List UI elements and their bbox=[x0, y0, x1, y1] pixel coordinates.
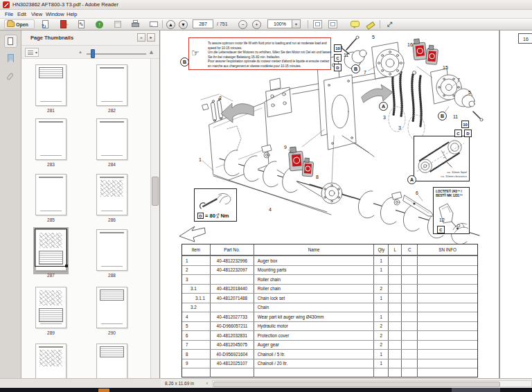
callout-box-d: D bbox=[464, 130, 472, 137]
callout-circle-b: B bbox=[180, 57, 189, 66]
email-icon[interactable]: ⌄ bbox=[149, 20, 159, 29]
comment-icon[interactable] bbox=[351, 21, 360, 27]
pdf-page-288-partial[interactable]: 16 bbox=[500, 30, 532, 378]
clearance-label-en: ca. 10mm clearance bbox=[441, 175, 467, 178]
pdf-page-287[interactable]: ☞ To assure optimum motor life fill with… bbox=[161, 30, 499, 378]
table-cell: 40-4812025107 bbox=[211, 359, 254, 368]
table-row: 840-D956921604Chainoil / 5 ltr.1 bbox=[182, 349, 477, 359]
hydraulic-motor-right-drawing bbox=[417, 66, 483, 121]
zoom-out-button[interactable]: − bbox=[238, 20, 247, 29]
thumbnail-page-285[interactable] bbox=[35, 174, 66, 215]
item-number-15: 15 bbox=[443, 65, 448, 70]
zoom-dropdown-button[interactable]: ▼ bbox=[292, 19, 301, 28]
table-cell bbox=[389, 359, 402, 368]
page-count-label: / 751 bbox=[217, 21, 228, 26]
export-pdf-icon[interactable]: ▸ bbox=[59, 20, 69, 29]
table-cell: 1 bbox=[374, 350, 389, 359]
table-cell bbox=[418, 303, 477, 312]
thumbnail-page-283[interactable] bbox=[35, 118, 66, 160]
menu-file[interactable]: File bbox=[3, 11, 15, 17]
warning-text: To assure optimum motor life fill with f… bbox=[208, 42, 330, 46]
horizontal-scrollbar-thumb[interactable] bbox=[213, 382, 500, 387]
panel-options-row: ▲ ▲ bbox=[21, 46, 159, 59]
thumbnail-page-282[interactable] bbox=[96, 64, 127, 106]
menu-window[interactable]: Window bbox=[44, 11, 66, 17]
torque-spec-inset: D = 80 +5-5 Nm bbox=[194, 188, 237, 222]
thumbnail-page-287[interactable] bbox=[35, 229, 66, 271]
table-cell: 9 bbox=[182, 359, 211, 368]
table-cell bbox=[418, 312, 477, 321]
print-icon[interactable] bbox=[131, 20, 141, 29]
menu-edit[interactable]: Edit bbox=[15, 11, 28, 17]
item-number-4: 4 bbox=[269, 207, 272, 212]
title-bar[interactable]: HN3023862 AFT800-3 T3.pdf - Adobe Reader bbox=[0, 0, 532, 10]
zoom-in-button[interactable]: + bbox=[252, 20, 261, 29]
save-icon[interactable] bbox=[113, 20, 123, 29]
table-cell: 3 bbox=[182, 275, 211, 284]
taskbar-app-icon[interactable] bbox=[98, 389, 109, 392]
callout-box-10: 10 bbox=[461, 121, 469, 128]
table-cell: Chainoil / 5 ltr. bbox=[254, 350, 375, 359]
table-cell bbox=[418, 331, 477, 340]
bookmarks-tab[interactable] bbox=[4, 52, 17, 65]
thumbnail-label: 285 bbox=[35, 217, 66, 222]
thumbnail-size-slider-track[interactable] bbox=[87, 53, 146, 55]
horizontal-scrollbar-track[interactable] bbox=[212, 380, 532, 387]
page-view-indicator[interactable] bbox=[35, 229, 67, 267]
highlight-icon[interactable] bbox=[366, 21, 375, 28]
page-number-input[interactable]: 287 bbox=[193, 19, 213, 28]
fullscreen-icon[interactable]: ⤢ bbox=[385, 20, 394, 28]
open-button[interactable]: Open bbox=[4, 19, 35, 29]
menu-help[interactable]: Help bbox=[64, 11, 79, 17]
table-cell: 2 bbox=[374, 322, 389, 331]
thumbnail-size-slider-thumb[interactable] bbox=[91, 49, 95, 58]
header-cell: Part No. bbox=[211, 244, 254, 255]
table-cell: 40-4812232097 bbox=[211, 266, 254, 275]
thumbnail-page-290[interactable] bbox=[96, 287, 127, 328]
table-cell: 40-D966057211 bbox=[211, 322, 254, 331]
send-file-icon[interactable]: ↑ bbox=[95, 20, 105, 29]
thumbnail-scrollbar-thumb[interactable] bbox=[152, 177, 159, 206]
torque-d-label: D bbox=[197, 213, 204, 219]
table-cell bbox=[402, 350, 418, 359]
page-thumbnails-tab[interactable] bbox=[4, 35, 17, 48]
item-number-3: 3 bbox=[398, 125, 401, 130]
table-row: 640-4812032831Protection cover2 bbox=[182, 330, 477, 340]
panel-collapse-button[interactable]: « bbox=[137, 33, 145, 42]
table-cell: Roller chain bbox=[254, 285, 375, 294]
scroll-mode-icon[interactable] bbox=[313, 20, 322, 28]
table-cell bbox=[389, 285, 402, 294]
thumbnail-page-281[interactable] bbox=[35, 64, 66, 106]
table-cell bbox=[418, 294, 477, 303]
table-cell: Hydraulic motor bbox=[254, 322, 375, 331]
table-row: 740-4812045075Auger gear2 bbox=[182, 340, 477, 350]
previous-page-button[interactable]: ▲ bbox=[166, 20, 175, 29]
thumbnail-page-288[interactable] bbox=[96, 229, 127, 271]
table-row bbox=[182, 368, 477, 377]
table-cell: 5 bbox=[182, 322, 211, 331]
table-cell bbox=[389, 368, 402, 377]
attachments-tab[interactable] bbox=[4, 70, 17, 83]
thumbnail-options-button[interactable] bbox=[25, 48, 39, 57]
panel-menu-button[interactable]: ▸ bbox=[147, 33, 155, 42]
zoom-level-field[interactable]: 100% bbox=[267, 19, 292, 28]
taskbar-button[interactable] bbox=[452, 388, 500, 392]
cloud-services-icon[interactable]: ↻ bbox=[41, 20, 51, 29]
header-cell: Name bbox=[254, 244, 375, 255]
table-cell: 2 bbox=[374, 331, 389, 340]
scroll-left-button[interactable]: ‹ bbox=[204, 380, 211, 387]
thumbnail-page-284[interactable] bbox=[96, 118, 127, 160]
item-number-6: 6 bbox=[416, 190, 418, 195]
next-page-button[interactable]: ▼ bbox=[179, 20, 188, 29]
sign-icon[interactable]: ✎ bbox=[77, 20, 87, 29]
thumbnail-page-286[interactable] bbox=[96, 174, 127, 215]
callout-box-c: C bbox=[454, 130, 462, 137]
taskbar-edge[interactable] bbox=[0, 388, 532, 392]
table-row: 3.1.140-4812071488Chain lock set1 bbox=[182, 293, 477, 303]
warning-text: Sie ihn bei mässiger Belastung 15-30 min… bbox=[208, 55, 330, 60]
thumbnail-page-289[interactable] bbox=[35, 287, 66, 328]
thumbnail-scrollbar-track[interactable] bbox=[150, 59, 159, 378]
table-cell: Auger box bbox=[254, 256, 375, 265]
menu-view[interactable]: View bbox=[29, 11, 44, 17]
fit-page-icon[interactable] bbox=[328, 20, 337, 28]
